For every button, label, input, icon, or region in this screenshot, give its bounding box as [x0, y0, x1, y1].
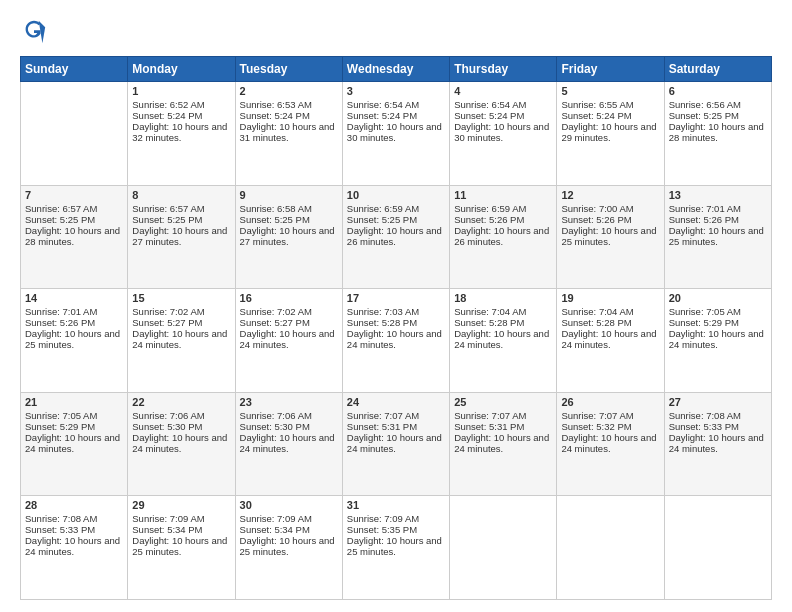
- calendar-week-row: 21 Sunrise: 7:05 AM Sunset: 5:29 PM Dayl…: [21, 392, 772, 496]
- sunset-text: Sunset: 5:26 PM: [454, 214, 524, 225]
- sunset-text: Sunset: 5:25 PM: [132, 214, 202, 225]
- day-number: 12: [561, 189, 659, 201]
- daylight-text: Daylight: 10 hours and 24 minutes.: [25, 432, 120, 454]
- calendar-cell: 4 Sunrise: 6:54 AM Sunset: 5:24 PM Dayli…: [450, 82, 557, 186]
- day-number: 25: [454, 396, 552, 408]
- calendar-cell: [664, 496, 771, 600]
- daylight-text: Daylight: 10 hours and 24 minutes.: [240, 432, 335, 454]
- daylight-text: Daylight: 10 hours and 24 minutes.: [347, 432, 442, 454]
- day-number: 18: [454, 292, 552, 304]
- calendar-cell: 30 Sunrise: 7:09 AM Sunset: 5:34 PM Dayl…: [235, 496, 342, 600]
- day-number: 6: [669, 85, 767, 97]
- calendar-cell: 23 Sunrise: 7:06 AM Sunset: 5:30 PM Dayl…: [235, 392, 342, 496]
- calendar-cell: 10 Sunrise: 6:59 AM Sunset: 5:25 PM Dayl…: [342, 185, 449, 289]
- calendar-cell: 15 Sunrise: 7:02 AM Sunset: 5:27 PM Dayl…: [128, 289, 235, 393]
- sunset-text: Sunset: 5:24 PM: [240, 110, 310, 121]
- sunset-text: Sunset: 5:24 PM: [347, 110, 417, 121]
- sunrise-text: Sunrise: 7:02 AM: [240, 306, 312, 317]
- calendar-cell: 17 Sunrise: 7:03 AM Sunset: 5:28 PM Dayl…: [342, 289, 449, 393]
- day-number: 30: [240, 499, 338, 511]
- day-number: 29: [132, 499, 230, 511]
- sunrise-text: Sunrise: 7:08 AM: [669, 410, 741, 421]
- daylight-text: Daylight: 10 hours and 27 minutes.: [240, 225, 335, 247]
- calendar-cell: 11 Sunrise: 6:59 AM Sunset: 5:26 PM Dayl…: [450, 185, 557, 289]
- sunrise-text: Sunrise: 7:04 AM: [454, 306, 526, 317]
- sunrise-text: Sunrise: 7:02 AM: [132, 306, 204, 317]
- sunrise-text: Sunrise: 7:09 AM: [132, 513, 204, 524]
- calendar-table: SundayMondayTuesdayWednesdayThursdayFrid…: [20, 56, 772, 600]
- calendar-day-header: Wednesday: [342, 57, 449, 82]
- sunset-text: Sunset: 5:26 PM: [25, 317, 95, 328]
- day-number: 16: [240, 292, 338, 304]
- day-number: 10: [347, 189, 445, 201]
- sunset-text: Sunset: 5:27 PM: [132, 317, 202, 328]
- calendar-cell: 16 Sunrise: 7:02 AM Sunset: 5:27 PM Dayl…: [235, 289, 342, 393]
- sunset-text: Sunset: 5:24 PM: [132, 110, 202, 121]
- sunset-text: Sunset: 5:29 PM: [669, 317, 739, 328]
- calendar-day-header: Thursday: [450, 57, 557, 82]
- day-number: 13: [669, 189, 767, 201]
- calendar-cell: 9 Sunrise: 6:58 AM Sunset: 5:25 PM Dayli…: [235, 185, 342, 289]
- calendar-cell: 22 Sunrise: 7:06 AM Sunset: 5:30 PM Dayl…: [128, 392, 235, 496]
- calendar-week-row: 1 Sunrise: 6:52 AM Sunset: 5:24 PM Dayli…: [21, 82, 772, 186]
- sunset-text: Sunset: 5:31 PM: [347, 421, 417, 432]
- day-number: 17: [347, 292, 445, 304]
- daylight-text: Daylight: 10 hours and 25 minutes.: [561, 225, 656, 247]
- daylight-text: Daylight: 10 hours and 24 minutes.: [25, 535, 120, 557]
- daylight-text: Daylight: 10 hours and 24 minutes.: [347, 328, 442, 350]
- sunrise-text: Sunrise: 7:06 AM: [240, 410, 312, 421]
- sunrise-text: Sunrise: 7:05 AM: [25, 410, 97, 421]
- calendar-week-row: 7 Sunrise: 6:57 AM Sunset: 5:25 PM Dayli…: [21, 185, 772, 289]
- daylight-text: Daylight: 10 hours and 31 minutes.: [240, 121, 335, 143]
- sunrise-text: Sunrise: 6:54 AM: [347, 99, 419, 110]
- calendar-cell: 25 Sunrise: 7:07 AM Sunset: 5:31 PM Dayl…: [450, 392, 557, 496]
- sunset-text: Sunset: 5:25 PM: [25, 214, 95, 225]
- calendar-cell: 7 Sunrise: 6:57 AM Sunset: 5:25 PM Dayli…: [21, 185, 128, 289]
- daylight-text: Daylight: 10 hours and 24 minutes.: [561, 328, 656, 350]
- calendar-cell: 20 Sunrise: 7:05 AM Sunset: 5:29 PM Dayl…: [664, 289, 771, 393]
- daylight-text: Daylight: 10 hours and 25 minutes.: [669, 225, 764, 247]
- sunrise-text: Sunrise: 7:03 AM: [347, 306, 419, 317]
- sunset-text: Sunset: 5:30 PM: [240, 421, 310, 432]
- sunrise-text: Sunrise: 7:01 AM: [669, 203, 741, 214]
- calendar-cell: [450, 496, 557, 600]
- sunrise-text: Sunrise: 6:59 AM: [347, 203, 419, 214]
- daylight-text: Daylight: 10 hours and 25 minutes.: [240, 535, 335, 557]
- day-number: 20: [669, 292, 767, 304]
- sunrise-text: Sunrise: 6:58 AM: [240, 203, 312, 214]
- sunset-text: Sunset: 5:29 PM: [25, 421, 95, 432]
- day-number: 31: [347, 499, 445, 511]
- sunset-text: Sunset: 5:25 PM: [347, 214, 417, 225]
- header: [20, 18, 772, 46]
- daylight-text: Daylight: 10 hours and 30 minutes.: [347, 121, 442, 143]
- sunset-text: Sunset: 5:33 PM: [669, 421, 739, 432]
- sunrise-text: Sunrise: 6:52 AM: [132, 99, 204, 110]
- calendar-cell: 21 Sunrise: 7:05 AM Sunset: 5:29 PM Dayl…: [21, 392, 128, 496]
- calendar-cell: 2 Sunrise: 6:53 AM Sunset: 5:24 PM Dayli…: [235, 82, 342, 186]
- sunset-text: Sunset: 5:33 PM: [25, 524, 95, 535]
- sunrise-text: Sunrise: 7:00 AM: [561, 203, 633, 214]
- day-number: 5: [561, 85, 659, 97]
- day-number: 27: [669, 396, 767, 408]
- sunrise-text: Sunrise: 7:05 AM: [669, 306, 741, 317]
- sunset-text: Sunset: 5:30 PM: [132, 421, 202, 432]
- day-number: 2: [240, 85, 338, 97]
- sunrise-text: Sunrise: 7:09 AM: [240, 513, 312, 524]
- sunset-text: Sunset: 5:34 PM: [132, 524, 202, 535]
- day-number: 22: [132, 396, 230, 408]
- sunset-text: Sunset: 5:35 PM: [347, 524, 417, 535]
- calendar-week-row: 14 Sunrise: 7:01 AM Sunset: 5:26 PM Dayl…: [21, 289, 772, 393]
- daylight-text: Daylight: 10 hours and 24 minutes.: [669, 328, 764, 350]
- calendar-cell: [557, 496, 664, 600]
- sunset-text: Sunset: 5:34 PM: [240, 524, 310, 535]
- day-number: 1: [132, 85, 230, 97]
- calendar-day-header: Friday: [557, 57, 664, 82]
- sunrise-text: Sunrise: 7:07 AM: [561, 410, 633, 421]
- calendar-cell: 28 Sunrise: 7:08 AM Sunset: 5:33 PM Dayl…: [21, 496, 128, 600]
- day-number: 21: [25, 396, 123, 408]
- logo: [20, 18, 52, 46]
- day-number: 4: [454, 85, 552, 97]
- daylight-text: Daylight: 10 hours and 24 minutes.: [454, 432, 549, 454]
- day-number: 24: [347, 396, 445, 408]
- sunset-text: Sunset: 5:31 PM: [454, 421, 524, 432]
